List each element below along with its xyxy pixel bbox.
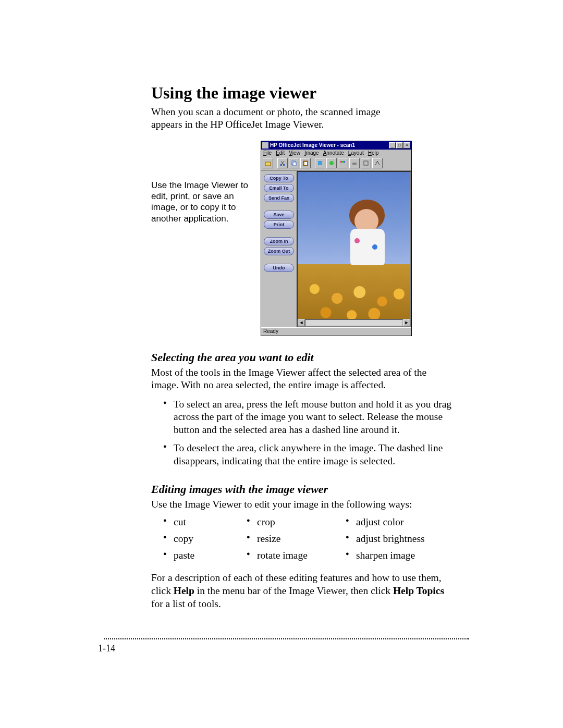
bullet-deselect: To deselect the area, click anywhere in …: [163, 442, 455, 468]
status-bar: Ready: [261, 327, 411, 336]
svg-rect-0: [265, 162, 271, 166]
minimize-button[interactable]: _: [389, 142, 396, 149]
tool-icon-d[interactable]: [361, 158, 371, 168]
svg-rect-10: [342, 161, 344, 163]
zoom-in-button[interactable]: Zoom In: [264, 237, 294, 245]
horizontal-scrollbar[interactable]: ◄ ►: [298, 319, 410, 326]
footer-separator: [104, 638, 469, 639]
svg-rect-7: [318, 161, 322, 165]
maximize-button[interactable]: □: [396, 142, 403, 149]
menu-view[interactable]: View: [289, 150, 300, 156]
menu-layout[interactable]: Layout: [348, 150, 364, 156]
bullet-select: To select an area, press the left mouse …: [163, 398, 455, 437]
intro-paragraph: When you scan a document or photo, the s…: [151, 106, 407, 131]
menu-file[interactable]: File: [263, 150, 272, 156]
menu-image[interactable]: Image: [304, 150, 319, 156]
scroll-left-icon[interactable]: ◄: [298, 319, 305, 326]
print-button[interactable]: Print: [264, 220, 294, 229]
section2-para: Use the Image Viewer to edit your image …: [151, 498, 443, 511]
closing-text-2: in the menu bar of the Image Viewer, the…: [194, 585, 393, 596]
svg-rect-13: [364, 161, 368, 165]
main-heading: Using the image viewer: [151, 83, 472, 103]
scroll-right-icon[interactable]: ►: [403, 319, 410, 326]
svg-rect-4: [293, 162, 296, 166]
toolbar: [261, 157, 411, 171]
section1-heading: Selecting the area you want to edit: [151, 351, 472, 364]
cut-icon[interactable]: [277, 158, 288, 168]
tool-icon-b[interactable]: [326, 158, 337, 168]
page-content: Using the image viewer When you scan a d…: [96, 83, 472, 611]
opt-sharpen-image: sharpen image: [346, 550, 445, 561]
open-icon[interactable]: [263, 158, 273, 168]
menu-annotate[interactable]: Annotate: [323, 150, 344, 156]
closing-text-3: for a list of tools.: [151, 598, 221, 609]
svg-rect-12: [352, 163, 357, 165]
svg-point-8: [329, 161, 334, 165]
undo-button[interactable]: Undo: [264, 264, 294, 272]
image-canvas[interactable]: ◄ ►: [297, 171, 411, 327]
opt-resize: resize: [247, 533, 346, 545]
paste-icon[interactable]: [300, 158, 311, 168]
figure-row: Use the Image Viewer to edit, print, or …: [96, 141, 472, 336]
sidebar: Copy To Email To Send Fax Save Print Zoo…: [261, 171, 297, 327]
opt-adjust-color: adjust color: [346, 516, 445, 528]
opt-copy: copy: [163, 533, 247, 545]
svg-rect-9: [340, 161, 342, 163]
menu-help[interactable]: Help: [368, 150, 379, 156]
edit-options-grid: cut crop adjust color copy resize adjust…: [163, 516, 472, 561]
figure-caption: Use the Image Viewer to edit, print, or …: [151, 141, 255, 224]
section1-para: Most of the tools in the Image Viewer af…: [151, 366, 443, 392]
opt-cut: cut: [163, 516, 247, 528]
section1-bullets: To select an area, press the left mouse …: [163, 398, 455, 468]
menu-bar: File Edit View Image Annotate Layout Hel…: [261, 150, 411, 157]
child-figure: [349, 200, 385, 273]
opt-rotate-image: rotate image: [247, 550, 346, 561]
zoom-out-button[interactable]: Zoom Out: [264, 247, 294, 255]
opt-paste: paste: [163, 550, 247, 561]
page-number: 1-14: [98, 643, 115, 654]
section2-heading: Editing images with the image viewer: [151, 483, 472, 496]
close-button[interactable]: ×: [403, 142, 410, 149]
opt-adjust-brightness: adjust brightness: [346, 533, 445, 545]
titlebar: HP OfficeJet Image Viewer - scan1 _ □ ×: [261, 141, 411, 150]
copy-icon[interactable]: [289, 158, 299, 168]
help-bold: Help: [174, 585, 194, 596]
scanned-image: [298, 172, 410, 326]
scroll-track[interactable]: [305, 319, 403, 326]
image-viewer-window: HP OfficeJet Image Viewer - scan1 _ □ × …: [261, 141, 412, 336]
flower-field: [298, 264, 410, 326]
tool-icon-e[interactable]: [372, 158, 383, 168]
svg-rect-6: [304, 162, 307, 165]
email-to-button[interactable]: Email To: [264, 184, 294, 192]
tool-icon-c[interactable]: [349, 158, 360, 168]
app-icon: [262, 142, 268, 149]
opt-crop: crop: [247, 516, 346, 528]
send-fax-button[interactable]: Send Fax: [264, 194, 294, 202]
menu-edit[interactable]: Edit: [276, 150, 285, 156]
svg-rect-11: [344, 161, 345, 163]
closing-paragraph: For a description of each of these editi…: [151, 572, 448, 611]
viewer-body: Copy To Email To Send Fax Save Print Zoo…: [261, 171, 411, 327]
color-icon[interactable]: [338, 158, 348, 168]
help-topics-bold: Help Topics: [393, 585, 444, 596]
tool-icon-a[interactable]: [315, 158, 325, 168]
copy-to-button[interactable]: Copy To: [264, 174, 294, 182]
save-button[interactable]: Save: [264, 211, 294, 219]
window-title: HP OfficeJet Image Viewer - scan1: [270, 142, 388, 148]
